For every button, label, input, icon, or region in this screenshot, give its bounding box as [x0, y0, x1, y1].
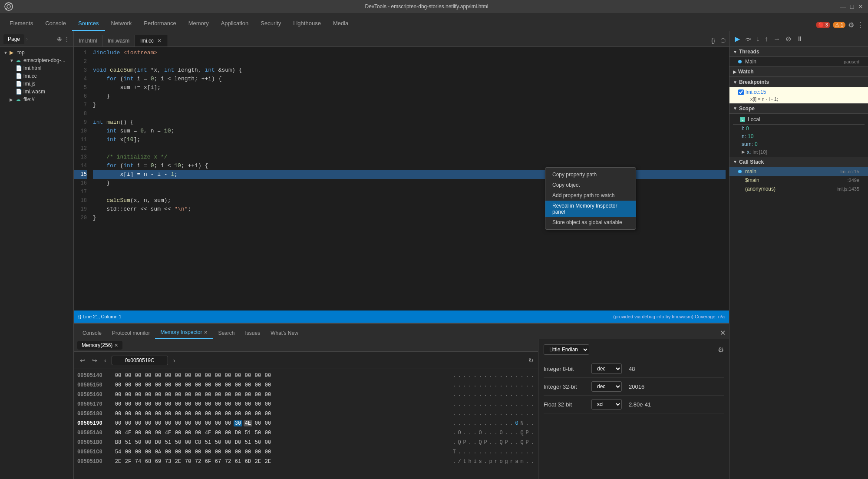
mem-row-1b0: 005051B0 B8515000 D0515000 C8515000 D051…: [77, 438, 535, 447]
tree-item-lmi-html[interactable]: 📄 lmi.html: [0, 64, 73, 72]
tab-lighthouse[interactable]: Lighthouse: [287, 17, 327, 31]
mem-ascii-150: .... .... .... ....: [452, 382, 535, 388]
bottom-tab-search[interactable]: Search: [213, 327, 240, 339]
titlebar-controls: — □ ✕: [840, 3, 864, 10]
memory-subtab-close[interactable]: ✕: [114, 343, 118, 348]
memory-subtab-active[interactable]: Memory(256) ✕: [77, 341, 122, 350]
tree-item-lmi-js[interactable]: 📄 lmi.js: [0, 80, 73, 88]
tab-console[interactable]: Console: [39, 17, 72, 31]
ctx-copy-property-path[interactable]: Copy property path: [545, 169, 636, 180]
tab-elements[interactable]: Elements: [3, 17, 39, 31]
step-out-btn[interactable]: ↑: [763, 34, 770, 44]
bottom-tab-issues[interactable]: Issues: [240, 327, 265, 339]
tree-item-file[interactable]: ▶ ☁ file://: [0, 96, 73, 103]
step-over-btn[interactable]: ⤼: [743, 34, 752, 44]
tree-item-top[interactable]: ▼ ▶ top: [0, 49, 73, 56]
bottom-tab-console[interactable]: Console: [77, 327, 107, 339]
line-numbers: 1 2 3 4 5 6 7 8 9 10 11 12 13 14 15 16 1…: [74, 47, 89, 311]
settings-icon[interactable]: ⚙: [848, 21, 854, 29]
memory-inspector: Memory(256) ✕ ↩ ↪ ‹ › ↻: [74, 339, 729, 479]
thread-main-status: paused: [844, 59, 859, 64]
sidebar-more-btn[interactable]: ⋮: [64, 36, 70, 43]
pause-on-exceptions-btn[interactable]: ⏸: [795, 34, 805, 44]
bottom-tab-whatsnew[interactable]: What's New: [265, 327, 304, 339]
scope-item-i: i: 0: [733, 125, 865, 132]
mem-addr-190: 00505190: [77, 420, 112, 426]
deactivate-breakpoints-btn[interactable]: ⊘: [784, 34, 793, 44]
local-header[interactable]: L Local: [733, 115, 865, 125]
ctx-copy-object[interactable]: Copy object: [545, 180, 636, 190]
right-panel-content: ▼ Threads Main paused ▶ Watch: [729, 47, 868, 479]
ctx-add-to-watch[interactable]: Add property path to watch: [545, 190, 636, 201]
tab-performance[interactable]: Performance: [138, 17, 182, 31]
cloud-folder-icon-file: ☁: [16, 96, 23, 102]
memory-next-btn[interactable]: ›: [172, 356, 177, 365]
breakpoints-arrow: ▼: [733, 80, 737, 85]
editor-tab-lmi-html-label: lmi.html: [79, 38, 97, 44]
mem-addr-150: 00505150: [77, 382, 112, 388]
watch-header[interactable]: ▶ Watch: [729, 67, 868, 77]
tree-item-emscripten[interactable]: ▼ ☁ emscripten-dbg-...: [0, 56, 73, 64]
mem-addr-160: 00505160: [77, 392, 112, 398]
tab-security[interactable]: Security: [254, 17, 287, 31]
tab-network[interactable]: Network: [105, 17, 138, 31]
ctx-store-global[interactable]: Store object as global variable: [545, 217, 636, 228]
editor-tab-lmi-html[interactable]: lmi.html: [74, 35, 102, 46]
tab-application[interactable]: Application: [215, 17, 255, 31]
bottom-panel-close[interactable]: ✕: [716, 327, 729, 339]
memory-settings-btn[interactable]: ⚙: [718, 346, 724, 354]
memory-refresh-btn[interactable]: ↻: [528, 357, 534, 364]
mem-type-row-int8: Integer 8-bit dec hex oct 48: [544, 360, 724, 378]
mem-type-int8-format[interactable]: dec hex oct: [591, 363, 622, 374]
callstack-item-anon[interactable]: (anonymous) lmi.js:1435: [729, 185, 868, 193]
maximize-button[interactable]: □: [849, 3, 855, 10]
memory-undo-btn[interactable]: ↩: [78, 356, 87, 365]
minimize-button[interactable]: —: [840, 3, 846, 10]
scope-item-x[interactable]: ▶ x: int [10]: [733, 148, 865, 156]
bottom-tab-memory-inspector[interactable]: Memory Inspector ✕: [155, 327, 213, 339]
more-options-icon[interactable]: ⋮: [857, 21, 864, 29]
page-tab[interactable]: Page: [3, 34, 24, 44]
callstack-item-dollar-main[interactable]: $main :249e: [729, 176, 868, 185]
editor-tab-lmi-cc-close[interactable]: ✕: [156, 38, 162, 44]
memory-prev-btn[interactable]: ‹: [102, 356, 108, 365]
tree-item-lmi-wasm[interactable]: 📄 lmi.wasm: [0, 88, 73, 96]
memory-redo-btn[interactable]: ↪: [90, 356, 99, 365]
memory-inspector-tab-close[interactable]: ✕: [204, 330, 208, 335]
resume-btn[interactable]: ▶: [733, 34, 742, 44]
endian-select[interactable]: Little Endian Big Endian: [544, 344, 589, 355]
scope-local: L Local i: 0 n: 10 sum: 0: [729, 114, 868, 157]
close-window-button[interactable]: ✕: [858, 3, 864, 10]
mem-addr-1a0: 005051A0: [77, 430, 112, 436]
ctx-reveal-memory-inspector[interactable]: Reveal in Memory Inspector panel: [545, 201, 636, 217]
editor-tab-lmi-cc[interactable]: lmi.cc ✕: [135, 35, 168, 46]
tab-media[interactable]: Media: [327, 17, 354, 31]
mem-type-int32-value: 20016: [629, 383, 644, 390]
bottom-tab-protocol[interactable]: Protocol monitor: [107, 327, 155, 339]
editor-toggle-btn[interactable]: ⬡: [719, 36, 727, 45]
scope-val-n: 10: [748, 133, 753, 139]
sidebar-new-btn[interactable]: ⊕: [57, 36, 62, 43]
mem-type-int32-format[interactable]: dec hex oct: [591, 381, 622, 392]
step-btn[interactable]: →: [772, 34, 782, 44]
titlebar-left: [4, 2, 13, 11]
editor-pretty-print-btn[interactable]: {}: [710, 36, 717, 45]
tab-sources[interactable]: Sources: [72, 17, 105, 31]
scope-header[interactable]: ▼ Scope: [729, 104, 868, 114]
tab-memory[interactable]: Memory: [182, 17, 215, 31]
mem-ascii-170: .... .... .... ....: [452, 401, 535, 407]
callstack-item-main[interactable]: main lmi.cc:15: [729, 167, 868, 176]
threads-header[interactable]: ▼ Threads: [729, 47, 868, 57]
memory-address-input[interactable]: [112, 356, 168, 365]
breakpoints-header[interactable]: ▼ Breakpoints: [729, 77, 868, 87]
cs-loc-anon: lmi.js:1435: [836, 186, 859, 192]
breakpoint-checkbox[interactable]: [738, 89, 744, 95]
editor-tab-lmi-wasm[interactable]: lmi.wasm: [102, 35, 135, 46]
breakpoint-lmi-cc-15[interactable]: lmi.cc:15 x[i] = n - i - 1;: [729, 87, 868, 103]
editor-actions: {} ⬡: [708, 34, 729, 46]
cs-placeholder-2: [738, 187, 742, 191]
callstack-header[interactable]: ▼ Call Stack: [729, 157, 868, 167]
mem-type-float32-format[interactable]: sci dec hex: [591, 399, 622, 410]
tree-item-lmi-cc[interactable]: 📄 lmi.cc: [0, 72, 73, 80]
step-into-btn[interactable]: ↓: [754, 34, 761, 44]
